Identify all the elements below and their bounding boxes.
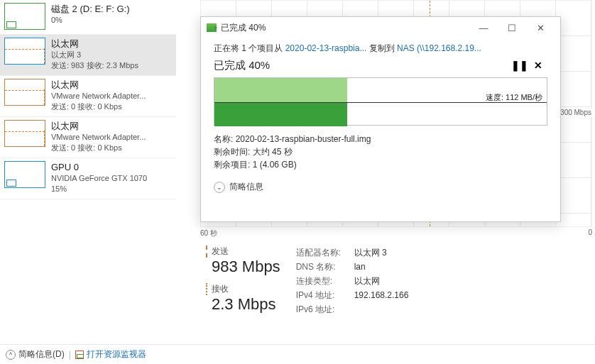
item-sub: 0%	[51, 15, 172, 26]
sidebar-item-ethernet3[interactable]: 以太网 以太网 3 发送: 983 接收: 2.3 Mbps	[0, 35, 176, 76]
dialog-title: 已完成 40%	[221, 22, 469, 34]
sidebar: 磁盘 2 (D: E: F: G:) 0% 以太网 以太网 3 发送: 983 …	[0, 0, 176, 326]
detail-val: 以太网	[354, 274, 380, 288]
item-sub: VMware Network Adapter...	[51, 132, 172, 143]
network-icon	[4, 79, 45, 106]
line-mid: 复制到	[366, 43, 397, 53]
x-left: 60 秒	[200, 228, 217, 238]
sidebar-item-vmnet1[interactable]: 以太网 VMware Network Adapter... 发送: 0 接收: …	[0, 76, 176, 117]
copy-status-line: 正在将 1 个项目从 2020-02-13-raspbia... 复制到 NAS…	[214, 43, 547, 55]
recv-label: 接收	[206, 283, 280, 295]
item-sub2: 发送: 0 接收: 0 Kbps	[51, 143, 172, 153]
detail-key: IPv4 地址:	[296, 288, 354, 302]
separator: |	[69, 350, 71, 360]
speed-label: 速度: 112 MB/秒	[486, 92, 542, 103]
item-title: 以太网	[51, 79, 172, 91]
adapter-details: 适配器名称:以太网 3 DNS 名称:lan 连接类型:以太网 IPv4 地址:…	[296, 246, 409, 316]
maximize-button[interactable]: ☐	[498, 18, 526, 38]
source-link[interactable]: 2020-02-13-raspbia...	[285, 43, 367, 53]
send-label: 发送	[206, 246, 280, 258]
sidebar-item-vmnet2[interactable]: 以太网 VMware Network Adapter... 发送: 0 接收: …	[0, 117, 176, 158]
copy-icon	[207, 23, 217, 32]
progress-fill-top	[214, 78, 347, 102]
detail-key: 适配器名称:	[296, 246, 354, 260]
detail-val: 192.168.2.166	[354, 288, 409, 302]
pause-button[interactable]: ❚❚	[511, 57, 529, 73]
item-sub2: 发送: 983 接收: 2.3 Mbps	[51, 60, 172, 71]
brief-info-button[interactable]: 简略信息(D)	[18, 348, 65, 360]
disk-icon	[4, 3, 45, 30]
progress-fill-bottom	[214, 102, 347, 126]
monitor-icon	[75, 351, 84, 359]
item-info: GPU 0 NVIDIA GeForce GTX 1070 15%	[51, 161, 172, 194]
detail-key: IPv6 地址:	[296, 302, 354, 316]
item-sub2: 发送: 0 接收: 0 Kbps	[51, 101, 172, 112]
item-title: GPU 0	[51, 161, 172, 173]
item-info: 以太网 VMware Network Adapter... 发送: 0 接收: …	[51, 79, 172, 112]
footer: ^ 简略信息(D) | 打开资源监视器	[0, 344, 595, 364]
recv-value: 2.3 Mbps	[206, 295, 280, 314]
meta-name: 名称: 2020-02-13-raspbian-buster-full.img	[214, 133, 547, 145]
chevron-up-icon: ^	[6, 350, 16, 360]
more-label: 简略信息	[229, 181, 263, 193]
item-info: 磁盘 2 (D: E: F: G:) 0%	[51, 3, 172, 26]
file-meta: 名称: 2020-02-13-raspbian-buster-full.img …	[214, 133, 547, 171]
detail-key: 连接类型:	[296, 274, 354, 288]
cancel-button[interactable]: ✕	[529, 57, 547, 73]
minimize-button[interactable]: —	[469, 18, 498, 38]
open-resource-monitor-link[interactable]: 打开资源监视器	[87, 348, 146, 360]
sidebar-item-gpu0[interactable]: GPU 0 NVIDIA GeForce GTX 1070 15%	[0, 158, 176, 199]
line-prefix: 正在将 1 个项目从	[214, 43, 285, 53]
sidebar-item-disk2[interactable]: 磁盘 2 (D: E: F: G:) 0%	[0, 0, 176, 35]
item-title: 以太网	[51, 38, 172, 50]
copy-dialog: 已完成 40% — ☐ ✕ 正在将 1 个项目从 2020-02-13-rasp…	[200, 16, 561, 222]
dest-link[interactable]: NAS (\\192.168.2.19...	[397, 43, 481, 53]
item-info: 以太网 VMware Network Adapter... 发送: 0 接收: …	[51, 120, 172, 153]
network-icon	[4, 38, 45, 65]
detail-val: lan	[354, 260, 366, 274]
close-button[interactable]: ✕	[526, 18, 555, 38]
item-title: 磁盘 2 (D: E: F: G:)	[51, 3, 172, 15]
item-sub: 以太网 3	[51, 50, 172, 60]
recv-stat: 接收 2.3 Mbps	[206, 283, 280, 314]
item-title: 以太网	[51, 120, 172, 132]
stats-panel: 发送 983 Mbps 接收 2.3 Mbps 适配器名称:以太网 3 DNS …	[206, 246, 408, 316]
dialog-body: 正在将 1 个项目从 2020-02-13-raspbia... 复制到 NAS…	[201, 38, 560, 200]
y-axis-label: 300 Mbps	[559, 109, 593, 116]
x-right: 0	[588, 228, 592, 238]
chevron-down-icon: ⌄	[214, 182, 225, 193]
network-icon	[4, 120, 45, 147]
meta-time: 剩余时间: 大约 45 秒	[214, 145, 547, 158]
progress-chart: 速度: 112 MB/秒	[214, 77, 547, 126]
progress-text: 已完成 40%	[214, 59, 511, 72]
gpu-icon	[4, 161, 45, 188]
meta-items: 剩余项目: 1 (4.06 GB)	[214, 158, 547, 171]
dialog-titlebar[interactable]: 已完成 40% — ☐ ✕	[201, 17, 560, 38]
send-value: 983 Mbps	[206, 258, 280, 276]
item-sub: NVIDIA GeForce GTX 1070	[51, 173, 172, 184]
toggle-details[interactable]: ⌄ 简略信息	[214, 181, 547, 193]
progress-header: 已完成 40% ❚❚ ✕	[214, 57, 547, 73]
detail-val: 以太网 3	[354, 246, 387, 260]
item-sub2: 15%	[51, 184, 172, 194]
send-stat: 发送 983 Mbps 接收 2.3 Mbps	[206, 246, 280, 316]
detail-key: DNS 名称:	[296, 260, 354, 274]
item-sub: VMware Network Adapter...	[51, 91, 172, 101]
x-axis: 60 秒 0	[200, 228, 592, 238]
item-info: 以太网 以太网 3 发送: 983 接收: 2.3 Mbps	[51, 38, 172, 71]
